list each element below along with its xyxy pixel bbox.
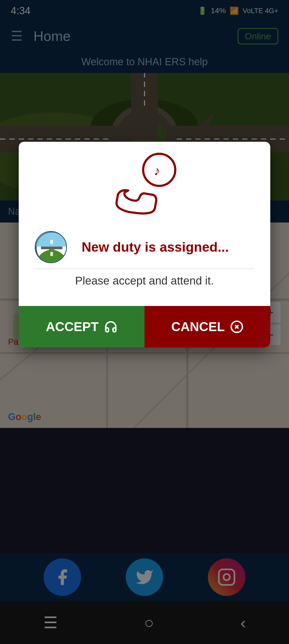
phone-ringing-icon: ♪ [107,152,182,223]
modal-overlay: ♪ [0,0,289,644]
modal-message: Please accept and attend it. [75,274,214,287]
duty-title: New duty is assigned... [67,239,254,255]
cancel-button[interactable]: CANCEL [144,306,270,347]
accept-label: ACCEPT [46,319,98,334]
accept-button[interactable]: ACCEPT [19,306,144,347]
svg-rect-39 [36,232,67,247]
modal-header-row: New duty is assigned... [35,228,254,269]
modal-dialog: ♪ [19,142,270,347]
svg-rect-42 [50,252,53,256]
nhai-logo [35,231,67,263]
modal-buttons: ACCEPT CANCEL [19,306,270,347]
modal-body: ♪ [19,142,270,306]
cancel-label: CANCEL [171,319,225,334]
svg-rect-41 [50,240,53,244]
svg-rect-38 [41,247,62,249]
cancel-icon [230,320,244,333]
accept-icon [104,320,117,333]
svg-text:♪: ♪ [154,164,160,178]
